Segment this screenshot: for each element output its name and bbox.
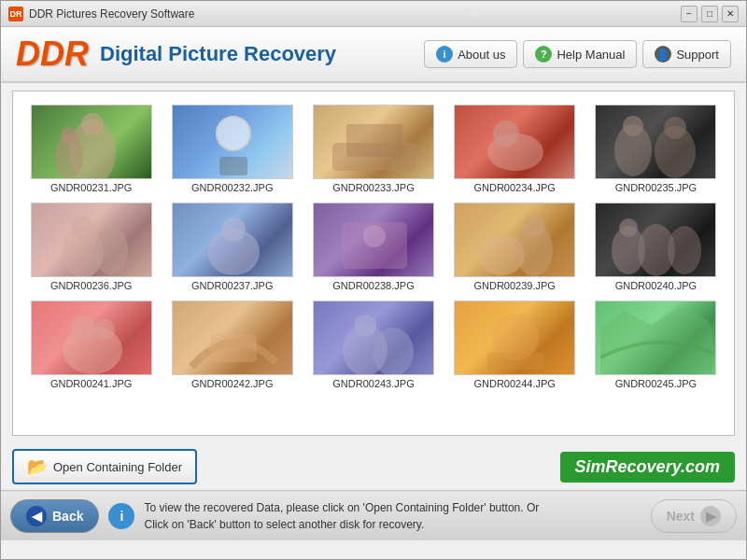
svg-rect-7 [346,124,402,157]
svg-point-25 [619,218,638,237]
minimize-button[interactable]: − [681,6,698,22]
header-buttons: i About us ? Help Manual 👤 Support [424,40,731,68]
svg-point-30 [94,319,115,340]
logo-ddr: DDR [16,35,89,74]
close-button[interactable]: ✕ [722,6,739,22]
thumbnail-image [172,105,293,179]
thumbnail-image [595,105,716,179]
thumbnail-image [595,203,716,277]
header: DDR Digital Picture Recovery i About us … [1,27,746,83]
app-icon: DR [8,7,23,21]
thumbnail-label: GNDR00239.JPG [473,280,555,291]
svg-point-23 [523,215,545,237]
gallery-item[interactable]: GNDR00233.JPG [303,99,444,197]
thumbnail-image [454,203,575,277]
info-icon: i [436,46,453,63]
thumbnail-image [31,105,152,179]
thumbnail-label: GNDR00243.JPG [332,378,414,389]
thumbnail-label: GNDR00234.JPG [473,182,555,193]
svg-point-27 [668,226,701,274]
about-us-label: About us [458,48,505,62]
open-containing-folder-button[interactable]: 📂 Open Containing Folder [12,449,197,484]
thumbnail-label: GNDR00245.JPG [615,378,697,389]
next-button: Next ▶ [651,499,737,533]
back-arrow-icon: ◀ [26,506,47,526]
gallery-item[interactable]: GNDR00238.JPG [303,197,444,295]
folder-icon: 📂 [27,456,48,477]
gallery-item[interactable]: GNDR00236.JPG [21,197,162,295]
svg-point-13 [664,117,686,139]
thumbnail-image [454,301,575,375]
thumbnail-label: GNDR00237.JPG [191,280,273,291]
title-bar-controls[interactable]: − □ ✕ [681,6,739,22]
thumbnail-label: GNDR00240.JPG [615,280,697,291]
support-button[interactable]: 👤 Support [642,40,731,68]
svg-point-4 [217,117,250,150]
title-bar: DR DDR Pictures Recovery Software − □ ✕ [1,1,746,27]
thumbnail-label: GNDR00231.JPG [50,182,132,193]
gallery-item[interactable]: GNDR00235.JPG [585,99,726,197]
gallery-item[interactable]: GNDR00245.JPG [585,295,726,393]
next-arrow-icon: ▶ [700,506,721,526]
svg-point-20 [363,225,386,247]
simrecovery-badge: SimRecovery.com [560,452,735,483]
footer: ◀ Back i To view the recovered Data, ple… [1,490,746,540]
back-label: Back [52,509,83,524]
thumbnail-image [313,105,434,179]
next-label: Next [667,509,695,524]
help-manual-button[interactable]: ? Help Manual [523,40,637,68]
thumbnail-image [172,301,293,375]
thumbnail-image [172,203,293,277]
svg-point-18 [221,217,246,242]
thumbnail-image [454,105,575,179]
svg-point-16 [94,226,128,274]
help-icon: ? [535,46,552,63]
thumbnail-label: GNDR00238.JPG [332,280,414,291]
bottom-area: 📂 Open Containing Folder SimRecovery.com [1,443,746,490]
thumbnail-label: GNDR00235.JPG [615,182,697,193]
about-us-button[interactable]: i About us [424,40,517,68]
svg-rect-5 [219,157,247,175]
svg-point-29 [71,315,95,340]
simrecovery-text: SimRecovery.com [575,457,720,476]
gallery-container[interactable]: GNDR00231.JPGGNDR00232.JPGGNDR00233.JPGG… [12,91,735,436]
gallery-item[interactable]: GNDR00239.JPG [444,197,585,295]
thumbnail-label: GNDR00236.JPG [50,280,132,291]
svg-point-34 [373,328,414,375]
gallery-item[interactable]: GNDR00241.JPG [21,295,162,393]
gallery-item[interactable]: GNDR00232.JPG [162,99,303,197]
thumbnail-label: GNDR00244.JPG [473,378,555,389]
thumbnail-label: GNDR00232.JPG [191,182,273,193]
gallery-grid: GNDR00231.JPGGNDR00232.JPGGNDR00233.JPGG… [13,91,734,400]
back-button[interactable]: ◀ Back [10,499,99,533]
gallery-item[interactable]: GNDR00231.JPG [21,99,162,197]
gallery-item[interactable]: GNDR00243.JPG [303,295,444,393]
gallery-item[interactable]: GNDR00237.JPG [162,197,303,295]
footer-info-icon: i [108,503,134,529]
thumbnail-image [31,203,152,277]
thumbnail-label: GNDR00233.JPG [332,182,414,193]
svg-rect-36 [487,353,543,370]
gallery-item[interactable]: GNDR00234.JPG [444,99,585,197]
title-bar-left: DR DDR Pictures Recovery Software [8,7,194,21]
open-folder-label: Open Containing Folder [53,460,182,474]
support-label: Support [676,48,719,62]
thumbnail-label: GNDR00242.JPG [191,378,273,389]
support-icon: 👤 [655,46,671,63]
help-manual-label: Help Manual [557,48,625,62]
svg-point-33 [354,315,376,337]
thumbnail-label: GNDR00241.JPG [50,378,132,389]
svg-point-11 [623,116,643,136]
gallery-item[interactable]: GNDR00240.JPG [585,197,726,295]
gallery-item[interactable]: GNDR00242.JPG [162,295,303,393]
thumbnail-image [313,203,434,277]
maximize-button[interactable]: □ [701,6,718,22]
thumbnail-image [31,301,152,375]
title-bar-text: DDR Pictures Recovery Software [29,7,194,21]
svg-point-15 [72,217,94,239]
footer-text: To view the recovered Data, please click… [144,499,641,533]
svg-point-3 [61,127,78,144]
gallery-item[interactable]: GNDR00244.JPG [444,295,585,393]
footer-text-line1: To view the recovered Data, please click… [144,499,641,516]
svg-point-9 [493,120,519,147]
